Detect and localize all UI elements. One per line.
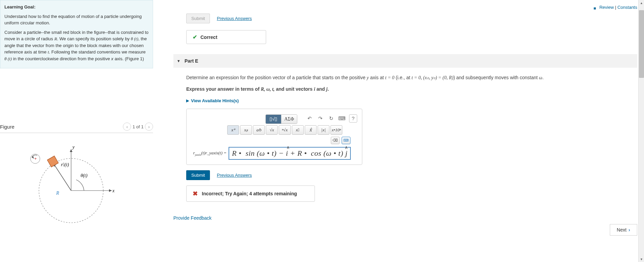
templates-tab[interactable]: ▯√▯ — [266, 115, 281, 124]
figure-image: x y r⃗(t) θ(t) R + — [0, 133, 153, 236]
svg-line-7 — [53, 163, 71, 191]
svg-text:y: y — [72, 145, 75, 150]
top-links: Review | Constants — [594, 5, 637, 10]
greek-tab[interactable]: ΑΣΦ — [281, 115, 297, 124]
redo-icon[interactable]: ↷ — [317, 115, 324, 122]
learning-goal-heading: Learning Goal: — [4, 4, 36, 9]
svg-text:x: x — [112, 188, 115, 193]
math-hat-btn[interactable]: x̂ — [305, 125, 317, 135]
math-nroot-btn[interactable]: ⁿ√x — [279, 125, 291, 135]
svg-text:θ(t): θ(t) — [81, 173, 87, 178]
backspace-icon[interactable]: ⌫ — [331, 137, 340, 144]
previous-answers-link[interactable]: Previous Answers — [217, 173, 252, 178]
help-icon[interactable]: ? — [349, 114, 357, 123]
submit-button[interactable]: Submit — [186, 170, 210, 180]
keyboard-icon[interactable]: ⌨ — [338, 115, 346, 122]
figure-title: Figure — [0, 124, 15, 130]
math-fraction-btn[interactable]: a⁄b — [253, 125, 265, 135]
scrollbar-thumb[interactable] — [639, 10, 644, 78]
part-e-instruction: Express your answer in terms of R, ω, t,… — [186, 85, 637, 93]
math-vector-btn[interactable]: x⃗ — [292, 125, 304, 135]
part-e-header[interactable]: ▼ Part E — [173, 54, 637, 68]
figure-prev-button[interactable]: ‹ — [123, 123, 131, 131]
scroll-up-arrow[interactable]: ▲ — [639, 0, 644, 6]
reset-icon[interactable]: ↻ — [327, 115, 335, 122]
learning-goal-box: Learning Goal: Understand how to find th… — [0, 0, 153, 68]
keyboard-toggle-icon[interactable]: ⌨ — [342, 137, 350, 144]
answer-input[interactable]: R • sin (ω • t) − ∧i + R • cos (ω • t)∧ … — [229, 147, 351, 160]
part-e-prompt: Determine an expression for the position… — [186, 74, 637, 82]
part-e-title: Part E — [185, 58, 198, 64]
svg-text:+: + — [34, 156, 37, 161]
svg-text:r⃗(t): r⃗(t) — [61, 162, 69, 168]
scrollbar[interactable]: ▲ ▼ — [638, 0, 644, 236]
x-icon: ✖ — [193, 190, 198, 197]
prev-answers-link[interactable]: Previous Answers — [217, 16, 252, 21]
math-sci-btn[interactable]: x•10ⁿ — [330, 125, 342, 135]
svg-marker-14 — [32, 156, 34, 159]
svg-marker-2 — [109, 189, 112, 192]
provide-feedback-link[interactable]: Provide Feedback — [173, 215, 637, 221]
incorrect-feedback: ✖ Incorrect; Try Again; 4 attempts remai… — [186, 185, 315, 202]
math-subscript-btn[interactable]: xᵦ — [240, 125, 252, 135]
learning-goal-p1: Understand how to find the equation of m… — [4, 13, 149, 26]
svg-marker-5 — [70, 149, 72, 152]
undo-icon[interactable]: ↶ — [306, 115, 313, 122]
figure-counter: 1 of 1 — [132, 124, 144, 129]
constants-link[interactable]: Constants — [617, 5, 637, 10]
math-abs-btn[interactable]: |x| — [318, 125, 329, 135]
math-sqrt-btn[interactable]: √x — [266, 125, 278, 135]
check-icon: ✔ — [193, 34, 197, 40]
figure-section: Figure ‹ 1 of 1 › x y — [0, 123, 153, 236]
next-button[interactable]: Next › — [610, 224, 637, 236]
svg-rect-9 — [47, 156, 59, 167]
correct-label: Correct — [200, 35, 217, 40]
learning-goal-p2: Consider a particle--the small red block… — [4, 29, 149, 62]
svg-text:R: R — [56, 191, 59, 196]
math-superscript-btn[interactable]: xᵃ — [227, 125, 239, 135]
equation-editor: ▯√▯ ΑΣΦ ↶ ↷ ↻ ⌨ ? xᵃ xᵦ a⁄b √x ⁿ√x x⃗ x̂… — [186, 109, 362, 165]
pause-icon — [594, 5, 597, 10]
correct-feedback: ✔ Correct — [186, 30, 266, 44]
answer-label: ryaxis(t)r_yaxis(t) = — [191, 150, 227, 156]
prev-submit-button[interactable]: Submit — [186, 14, 210, 23]
figure-next-button[interactable]: › — [145, 123, 153, 131]
view-hints-link[interactable]: ▶ View Available Hints(s) — [186, 98, 637, 103]
incorrect-text: Incorrect; Try Again; 4 attempts remaini… — [202, 191, 297, 196]
collapse-icon: ▼ — [177, 59, 180, 63]
review-link[interactable]: Review — [599, 5, 614, 10]
chevron-right-icon: › — [628, 227, 630, 233]
